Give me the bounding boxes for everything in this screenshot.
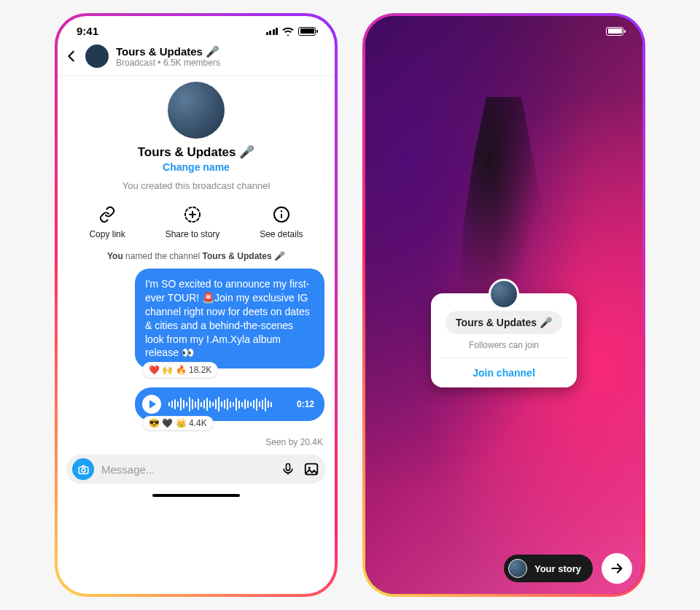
your-story-avatar (508, 559, 527, 578)
voice-reactions[interactable]: 😎 🖤 👑 4.4K (142, 416, 214, 431)
home-indicator[interactable] (152, 494, 240, 497)
wifi-icon (282, 27, 294, 36)
channel-sticker-card[interactable]: Tours & Updates 🎤 Followers can join Joi… (431, 293, 577, 387)
play-icon (149, 400, 156, 409)
action-row: Copy link Share to story See details (58, 194, 335, 244)
svg-point-3 (281, 210, 282, 212)
status-bar: 9:41 (58, 16, 335, 37)
share-story-label: Share to story (166, 229, 220, 239)
camera-button[interactable] (72, 458, 94, 480)
join-channel-button[interactable]: Join channel (472, 361, 535, 380)
see-details-label: See details (260, 229, 303, 239)
composer (66, 455, 326, 484)
your-story-label: Your story (534, 563, 581, 574)
voice-message[interactable]: 0:12 😎 🖤 👑 4.4K (135, 387, 324, 421)
profile-avatar[interactable] (168, 82, 225, 139)
send-story-button[interactable] (602, 553, 632, 584)
channel-subtitle: Broadcast • 6.5K members (116, 58, 220, 68)
battery-icon (606, 27, 623, 36)
status-time: 9:41 (77, 25, 98, 37)
channel-title: Tours & Updates 🎤 (116, 45, 220, 58)
created-line: You created this broadcast channel (122, 180, 271, 191)
voice-duration: 0:12 (297, 399, 314, 409)
story-footer: Your story (365, 553, 642, 584)
copy-link-button[interactable]: Copy link (89, 204, 125, 239)
channel-profile: Tours & Updates 🎤 Change name You create… (58, 76, 335, 194)
your-story-button[interactable]: Your story (504, 555, 593, 582)
battery-icon (298, 27, 316, 36)
header-text[interactable]: Tours & Updates 🎤 Broadcast • 6.5K membe… (116, 45, 220, 68)
waveform[interactable] (168, 396, 289, 412)
chat-header: Tours & Updates 🎤 Broadcast • 6.5K membe… (58, 37, 335, 76)
copy-link-label: Copy link (89, 229, 125, 239)
play-button[interactable] (142, 395, 161, 414)
header-avatar[interactable] (85, 45, 109, 68)
svg-point-5 (82, 468, 85, 472)
svg-rect-6 (287, 464, 290, 471)
back-button[interactable] (65, 50, 78, 63)
link-icon (97, 204, 117, 225)
sticker-divider (440, 358, 568, 358)
mic-button[interactable] (279, 460, 297, 478)
cellular-icon (266, 27, 279, 35)
message-input[interactable] (100, 463, 273, 476)
phone-screen-story: 9:41 Aa (365, 16, 642, 594)
phone-frame-story: 9:41 Aa (362, 13, 645, 597)
change-name-link[interactable]: Change name (163, 161, 230, 173)
phone-frame-chat: 9:41 Tours & Updates 🎤 Broadcast • 6.5K … (55, 13, 338, 597)
message-bubble[interactable]: I'm SO excited to announce my first-ever… (135, 269, 324, 368)
see-details-button[interactable]: See details (260, 204, 303, 239)
phone-screen-chat: 9:41 Tours & Updates 🎤 Broadcast • 6.5K … (58, 16, 335, 594)
sticker-avatar (489, 279, 519, 309)
sticker-channel-name: Tours & Updates 🎤 (446, 311, 562, 334)
image-button[interactable] (303, 460, 320, 478)
message-text: I'm SO excited to announce my first-ever… (145, 278, 310, 358)
share-story-icon (182, 204, 203, 225)
sticker-subtext: Followers can join (469, 340, 539, 350)
info-icon (271, 204, 292, 225)
svg-point-8 (308, 467, 311, 469)
share-story-button[interactable]: Share to story (166, 204, 220, 239)
profile-name: Tours & Updates 🎤 (138, 144, 254, 160)
status-icons (266, 27, 316, 36)
system-event-line: You named the channel Tours & Updates 🎤 (58, 244, 335, 266)
message-reactions[interactable]: ❤️ 🙌 🔥 18.2K (142, 362, 218, 378)
